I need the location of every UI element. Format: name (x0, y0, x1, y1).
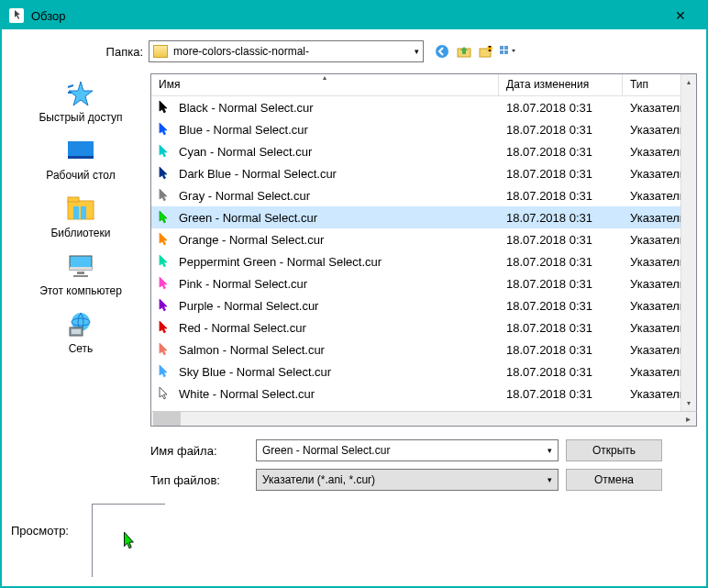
file-row[interactable]: Cyan - Normal Select.cur18.07.2018 0:31У… (151, 140, 696, 162)
filetype-label: Тип файлов: (150, 473, 256, 487)
file-date: 18.07.2018 0:31 (499, 167, 623, 181)
sidebar-item-network[interactable]: Сеть (64, 310, 97, 355)
cursor-icon (159, 254, 170, 269)
folder-label: Папка: (94, 45, 149, 59)
filetype-combo[interactable]: Указатели (*.ani, *.cur) ▾ (256, 469, 559, 491)
file-date: 18.07.2018 0:31 (499, 101, 623, 115)
cursor-icon (159, 122, 170, 137)
cursor-icon (159, 210, 170, 225)
svg-rect-21 (72, 329, 81, 334)
sort-ascending-icon: ▴ (323, 73, 326, 82)
scroll-down-icon[interactable]: ▾ (681, 395, 696, 411)
file-row[interactable]: Green - Normal Select.cur18.07.2018 0:31… (151, 206, 696, 228)
scrollbar-thumb[interactable] (153, 412, 181, 426)
file-row[interactable]: Dark Blue - Normal Select.cur18.07.2018 … (151, 162, 696, 184)
file-row[interactable]: Red - Normal Select.cur18.07.2018 0:31Ук… (151, 316, 696, 338)
cursor-icon (159, 188, 170, 203)
places-sidebar: Быстрый доступ Рабочий стол Библиотеки Э… (11, 73, 150, 491)
file-name: Dark Blue - Normal Select.cur (179, 167, 337, 181)
star-icon (64, 79, 97, 108)
svg-rect-16 (77, 272, 84, 274)
sidebar-item-quick-access[interactable]: Быстрый доступ (39, 79, 122, 124)
views-icon[interactable] (499, 42, 517, 61)
cursor-icon (159, 166, 170, 181)
file-name: Blue - Normal Select.cur (179, 123, 308, 137)
svg-rect-7 (504, 50, 508, 54)
file-name: Green - Normal Select.cur (179, 211, 317, 225)
file-date: 18.07.2018 0:31 (499, 233, 623, 247)
file-row[interactable]: Black - Normal Select.cur18.07.2018 0:31… (151, 96, 696, 118)
cursor-icon (159, 100, 170, 115)
close-button[interactable]: ✕ (662, 2, 699, 29)
file-date: 18.07.2018 0:31 (499, 255, 623, 269)
file-row[interactable]: Purple - Normal Select.cur18.07.2018 0:3… (151, 294, 696, 316)
file-name: Black - Normal Select.cur (179, 101, 314, 115)
file-row[interactable]: Blue - Normal Select.cur18.07.2018 0:31У… (151, 118, 696, 140)
svg-rect-11 (68, 197, 79, 202)
folder-icon (153, 45, 168, 58)
cursor-icon (159, 386, 170, 401)
file-name: Red - Normal Select.cur (179, 321, 306, 335)
file-date: 18.07.2018 0:31 (499, 211, 623, 225)
cursor-icon (159, 144, 170, 159)
svg-rect-15 (70, 267, 92, 270)
chevron-down-icon: ▾ (548, 446, 552, 455)
file-name: Salmon - Normal Select.cur (179, 343, 325, 357)
sidebar-item-desktop[interactable]: Рабочий стол (46, 137, 115, 182)
folder-name: more-colors-classic-normal- (173, 45, 415, 58)
file-row[interactable]: Salmon - Normal Select.cur18.07.2018 0:3… (151, 338, 696, 361)
file-row[interactable]: Gray - Normal Select.cur18.07.2018 0:31У… (151, 184, 696, 206)
column-date[interactable]: Дата изменения (499, 74, 623, 95)
folder-combo[interactable]: more-colors-classic-normal- ▾ (149, 40, 424, 62)
libraries-icon (64, 194, 97, 224)
file-row[interactable]: White - Normal Select.cur18.07.2018 0:31… (151, 383, 696, 405)
cursor-icon (159, 364, 170, 379)
cursor-icon (159, 342, 170, 357)
scroll-right-icon[interactable]: ▸ (680, 411, 696, 427)
file-name: Sky Blue - Normal Select.cur (179, 365, 331, 379)
file-row[interactable]: Peppermint Green - Normal Select.cur18.0… (151, 250, 696, 272)
file-date: 18.07.2018 0:31 (499, 343, 623, 357)
cursor-icon (159, 298, 170, 313)
file-date: 18.07.2018 0:31 (499, 365, 623, 379)
svg-rect-5 (504, 46, 508, 50)
svg-rect-17 (73, 275, 88, 277)
column-name[interactable]: Имя▴ (151, 74, 499, 95)
filename-combo[interactable]: Green - Normal Select.cur ▾ (256, 439, 559, 461)
cursor-icon (159, 320, 170, 335)
horizontal-scrollbar[interactable]: ▸ (150, 411, 697, 427)
svg-point-0 (436, 45, 448, 58)
open-button[interactable]: Открыть (566, 439, 662, 461)
newfolder-icon[interactable] (477, 42, 495, 61)
cursor-icon (159, 276, 170, 291)
file-date: 18.07.2018 0:31 (499, 321, 623, 335)
file-name: Pink - Normal Select.cur (179, 277, 307, 291)
computer-icon (64, 252, 97, 282)
file-dialog: Обзор ✕ Папка: more-colors-classic-norma… (0, 0, 708, 588)
scroll-up-icon[interactable]: ▴ (681, 74, 696, 90)
file-row[interactable]: Orange - Normal Select.cur18.07.2018 0:3… (151, 228, 696, 250)
back-icon[interactable] (433, 42, 451, 61)
filename-value: Green - Normal Select.cur (262, 444, 548, 457)
svg-rect-13 (81, 206, 86, 219)
sidebar-item-this-pc[interactable]: Этот компьютер (39, 252, 122, 297)
sidebar-item-libraries[interactable]: Библиотеки (50, 194, 110, 239)
up-icon[interactable] (455, 42, 473, 61)
svg-rect-8 (68, 141, 94, 158)
preview-box (92, 504, 165, 577)
cancel-button[interactable]: Отмена (566, 469, 662, 491)
file-row[interactable]: Pink - Normal Select.cur18.07.2018 0:31У… (151, 272, 696, 294)
preview-cursor-icon (122, 531, 137, 551)
svg-rect-6 (500, 50, 503, 54)
titlebar: Обзор ✕ (2, 2, 706, 29)
file-name: White - Normal Select.cur (179, 387, 315, 401)
desktop-icon (64, 137, 97, 166)
vertical-scrollbar[interactable]: ▴ ▾ (680, 74, 696, 411)
file-row[interactable]: Sky Blue - Normal Select.cur18.07.2018 0… (151, 361, 696, 383)
file-date: 18.07.2018 0:31 (499, 145, 623, 159)
svg-rect-12 (73, 206, 79, 219)
file-name: Cyan - Normal Select.cur (179, 145, 312, 159)
filename-label: Имя файла: (150, 444, 256, 458)
file-name: Gray - Normal Select.cur (179, 189, 310, 203)
file-name: Orange - Normal Select.cur (179, 233, 324, 247)
